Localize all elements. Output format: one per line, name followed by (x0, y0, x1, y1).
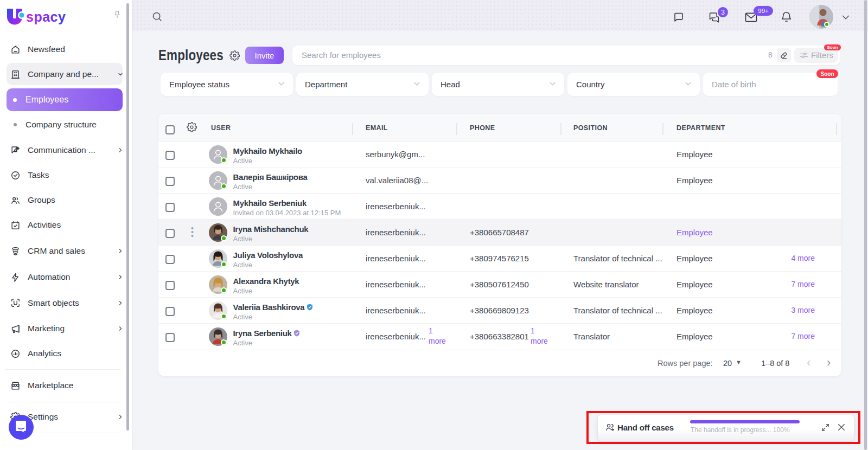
svg-text:spacy: spacy (26, 9, 66, 24)
